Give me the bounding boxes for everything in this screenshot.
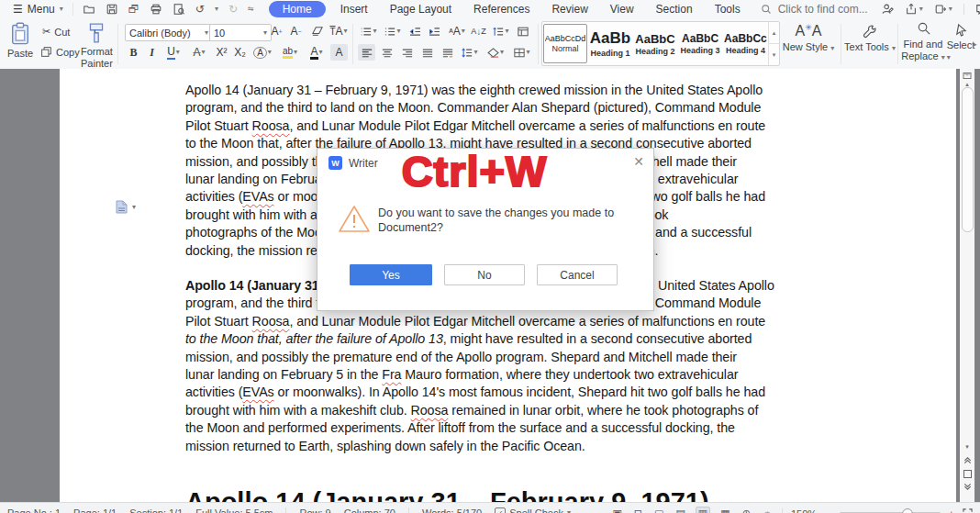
print-icon[interactable]	[150, 3, 162, 16]
style-heading-3[interactable]: AaBbC Heading 3	[678, 24, 722, 63]
no-button[interactable]: No	[444, 264, 525, 285]
vertical-scrollbar[interactable]: ▴ ▾	[960, 69, 974, 502]
reading-mode-icon[interactable]: ⊡	[632, 507, 644, 513]
italic-button[interactable]: I	[143, 44, 161, 61]
command-search[interactable]	[761, 2, 881, 17]
style-heading-4[interactable]: AaBbCc Heading 4	[723, 24, 768, 63]
dialog-close-icon[interactable]: ✕	[633, 154, 644, 169]
text-frame-button[interactable]	[514, 23, 531, 39]
document-text-line: lunar landing on February 5 in the Fra M…	[185, 366, 738, 384]
pickup-mode-button[interactable]: ▾	[934, 3, 952, 16]
account-icon[interactable]	[881, 3, 894, 16]
web-layout-icon[interactable]: ▤	[674, 507, 686, 513]
ruler-toggle-icon[interactable]	[960, 72, 974, 80]
tab-view[interactable]: View	[610, 3, 634, 16]
web-preview-icon[interactable]: ⊕	[741, 507, 752, 513]
status-words[interactable]: Words: 5/170	[422, 507, 482, 513]
character-shading-button[interactable]: A	[330, 44, 348, 61]
text-tools-button[interactable]: Text Tools ▾	[844, 23, 896, 52]
font-color-button[interactable]: A▾	[305, 44, 329, 61]
subscript-button[interactable]: X₂	[231, 44, 249, 61]
tab-review[interactable]: Review	[551, 3, 587, 16]
styles-scroll-up-icon[interactable]: ▴	[769, 22, 779, 44]
tab-home[interactable]: Home	[269, 1, 326, 17]
undo-caret-icon[interactable]: ▾	[215, 6, 218, 13]
print-layout-icon[interactable]: ▥	[696, 507, 710, 513]
decrease-font-size-button[interactable]: A−	[287, 23, 305, 39]
undo-icon[interactable]: ↺	[195, 4, 205, 15]
font-size-select[interactable]: 10▾	[209, 24, 272, 41]
paste-button[interactable]: Paste	[7, 22, 33, 59]
next-page-icon[interactable]	[960, 483, 974, 491]
bullet-list-button[interactable]: ▾	[358, 23, 380, 39]
ribbon-overflow-icon[interactable]: ▸	[973, 40, 977, 49]
customize-toolbar-icon[interactable]: ⇋	[248, 6, 254, 13]
style-heading-2[interactable]: AaBbC Heading 2	[633, 24, 677, 63]
zoom-slider-thumb[interactable]	[902, 508, 913, 513]
tab-page-layout[interactable]: Page Layout	[390, 3, 451, 16]
search-input[interactable]	[776, 2, 881, 17]
align-left-button[interactable]	[358, 44, 375, 61]
align-center-button[interactable]	[378, 44, 395, 61]
save-icon[interactable]	[106, 3, 118, 16]
eye-protect-icon[interactable]: ▣	[610, 507, 623, 513]
export-pdf-icon[interactable]: 🗗	[128, 4, 139, 15]
tab-insert[interactable]: Insert	[340, 3, 368, 16]
find-replace-button[interactable]: Find andReplace ▾	[900, 21, 946, 61]
cancel-button[interactable]: Cancel	[537, 264, 618, 285]
open-folder-icon[interactable]	[83, 3, 95, 16]
text-effects-button[interactable]: A▾	[250, 44, 275, 61]
spell-check-toggle[interactable]: ✓ Spell Check ▾	[495, 507, 571, 513]
zoom-in-icon[interactable]: +	[949, 508, 954, 513]
tab-references[interactable]: References	[473, 3, 529, 16]
comment-icon[interactable]	[975, 3, 980, 16]
decrease-indent-button[interactable]	[406, 23, 424, 39]
print-preview-icon[interactable]	[173, 3, 185, 16]
format-painter-button[interactable]: FormatPainter	[81, 22, 113, 69]
new-style-button[interactable]: A✳A New Style ▾	[782, 23, 835, 52]
numbered-list-button[interactable]: ▾	[382, 23, 404, 39]
tab-tools[interactable]: Tools	[715, 3, 741, 16]
outline-view-icon[interactable]: ▦	[718, 507, 731, 513]
divider	[897, 24, 898, 64]
paragraph-spacing-button[interactable]: ▾	[490, 23, 512, 39]
styles-scroll-down-icon[interactable]: ▾	[769, 44, 779, 65]
increase-indent-button[interactable]	[426, 23, 443, 39]
align-right-button[interactable]	[398, 44, 416, 61]
overview-icon[interactable]: ▢	[652, 507, 665, 513]
scroll-down-arrow[interactable]: ▾	[960, 443, 974, 451]
shading-color-button[interactable]: ▾	[484, 44, 507, 61]
tab-section[interactable]: Section	[656, 3, 693, 16]
yes-button[interactable]: Yes	[350, 264, 432, 285]
underline-button[interactable]: U▾	[161, 44, 185, 61]
cut-button[interactable]: ✂ Cut	[42, 26, 70, 38]
copy-button[interactable]: Copy	[40, 46, 80, 58]
borders-button[interactable]: ▾	[510, 44, 534, 61]
fullscreen-icon[interactable]	[963, 508, 973, 513]
scrollbar-thumb[interactable]	[962, 87, 974, 232]
previous-page-icon[interactable]	[960, 456, 974, 464]
justify-button[interactable]	[418, 44, 436, 61]
sort-button[interactable]: A↓Z	[470, 23, 487, 39]
strikethrough-button[interactable]: A▾	[187, 44, 211, 61]
clear-formatting-icon[interactable]	[308, 23, 326, 39]
select-browse-object-icon[interactable]	[960, 470, 974, 479]
share-button[interactable]: ▾	[905, 3, 923, 16]
main-menu-button[interactable]: ☰ Menu ▾	[0, 3, 72, 16]
font-family-select[interactable]: Calibri (Body)▾	[125, 24, 213, 41]
phonetic-guide-button[interactable]: TA▾	[328, 23, 350, 39]
superscript-button[interactable]: X²	[213, 44, 230, 61]
dialog-title-bar: W Writer	[329, 156, 378, 170]
select-button[interactable]: Select ▾	[947, 23, 974, 61]
increase-font-size-button[interactable]: A+	[268, 23, 285, 39]
style-normal[interactable]: AaBbCcDd Normal	[543, 24, 587, 63]
eye-comfort-icon[interactable]: ☼	[761, 507, 774, 513]
distribute-text-button[interactable]	[439, 44, 456, 61]
line-spacing-button[interactable]: ▾	[459, 44, 481, 61]
text-direction-button[interactable]: ᴬA▾	[446, 23, 468, 39]
highlight-color-button[interactable]: ab▾	[277, 44, 303, 61]
zoom-out-icon[interactable]: −	[825, 508, 830, 513]
bold-button[interactable]: B	[125, 44, 142, 61]
style-heading-1[interactable]: AaBb Heading 1	[588, 24, 632, 63]
zoom-level[interactable]: 150%	[791, 508, 817, 513]
